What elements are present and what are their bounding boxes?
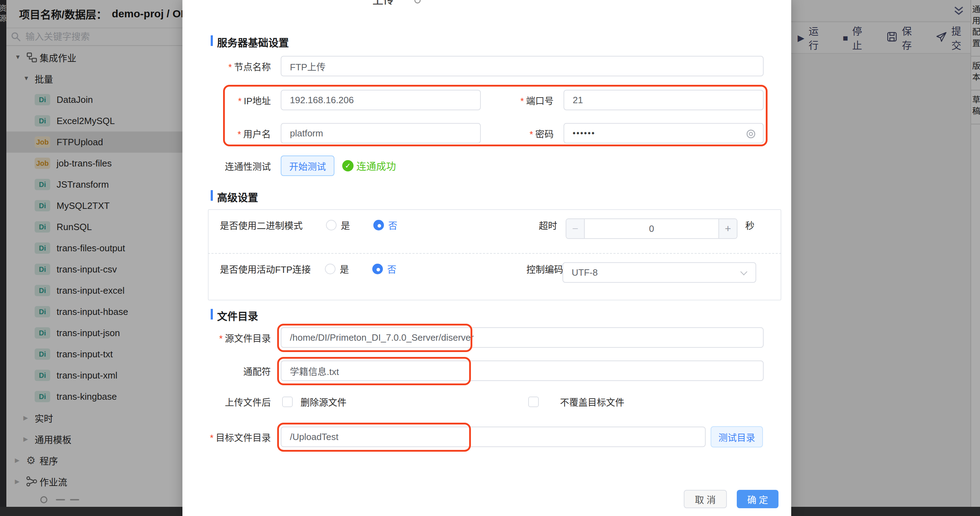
radio-binary-yes[interactable] (326, 220, 337, 230)
test-directory-button[interactable]: 测试目录 (711, 426, 763, 448)
connectivity-label: 连通性测试 (183, 159, 271, 173)
plus-button[interactable] (718, 219, 737, 238)
timeout-label: 超时 (539, 218, 557, 232)
ip-port-row: IP地址 192.168.16.206 端口号 21 (183, 90, 791, 110)
username-input[interactable]: platform (281, 123, 481, 143)
port-input[interactable]: 21 (563, 90, 764, 110)
source-dir-label: 源文件目录 (183, 331, 271, 344)
ftp-upload-dialog: 上传 服务器基础设置 节点名称 FTP上传 IP地址 192.168.16.20… (183, 0, 791, 516)
encoding-label: 控制编码 (527, 262, 563, 275)
confirm-button[interactable]: 确 定 (737, 490, 778, 508)
start-test-button[interactable]: 开始测试 (281, 156, 334, 176)
radio-active-yes[interactable] (325, 264, 336, 274)
timeout-stepper: 0 (566, 218, 738, 239)
radio-no-label[interactable]: 否 (388, 218, 398, 232)
cancel-button[interactable]: 取 消 (684, 490, 727, 508)
node-name-row: 节点名称 FTP上传 (183, 56, 791, 76)
success-check-icon (342, 160, 353, 171)
username-label: 用户名 (183, 127, 271, 140)
connectivity-row: 连通性测试 开始测试 连通成功 (183, 156, 791, 176)
password-input[interactable]: •••••• (563, 123, 764, 143)
section-accent-bar (211, 35, 213, 46)
chevron-down-icon (740, 268, 748, 275)
eye-icon[interactable] (745, 128, 757, 142)
radio-no-label[interactable]: 否 (387, 262, 396, 275)
section-accent-bar (211, 309, 213, 319)
ip-label: IP地址 (183, 94, 271, 107)
radio-binary-no[interactable] (373, 220, 384, 230)
binary-mode-label: 是否使用二进制模式 (220, 218, 302, 232)
radio-yes-label[interactable]: 是 (340, 262, 349, 275)
user-password-row: 用户名 platform 密码 •••••• (183, 123, 791, 143)
info-icon (414, 0, 421, 3)
target-dir-row: 目标文件目录 /UploadTest 测试目录 (183, 426, 791, 448)
wildcard-input[interactable]: 学籍信息.txt (281, 360, 764, 381)
active-ftp-label: 是否使用活动FTP连接 (220, 262, 311, 275)
no-overwrite-label[interactable]: 不覆盖目标文件 (560, 395, 624, 408)
radio-active-no[interactable] (372, 264, 383, 274)
wildcard-label: 通配符 (183, 364, 271, 378)
source-dir-input[interactable]: /home/DI/Primeton_DI_7.0.0_Server/diserv… (281, 327, 764, 348)
section-title-advanced: 高级设置 (217, 189, 258, 204)
node-name-label: 节点名称 (183, 60, 271, 73)
port-label: 端口号 (481, 94, 554, 107)
radio-yes-label[interactable]: 是 (341, 218, 350, 232)
password-label: 密码 (481, 127, 554, 140)
dialog-title-clipped: 上传 (372, 0, 433, 5)
active-ftp-row: 是否使用活动FTP连接 是 否 控制编码 UTF-8 (208, 262, 781, 275)
after-upload-label: 上传文件后 (183, 395, 271, 408)
after-upload-row: 上传文件后 删除源文件 不覆盖目标文件 (183, 395, 791, 408)
source-dir-row: 源文件目录 /home/DI/Primeton_DI_7.0.0_Server/… (183, 327, 791, 348)
panel-divider (208, 253, 781, 254)
target-dir-input[interactable]: /UploadTest (281, 427, 706, 447)
connectivity-status: 连通成功 (356, 159, 396, 173)
timeout-value[interactable]: 0 (585, 219, 718, 238)
section-title-server: 服务器基础设置 (217, 35, 289, 49)
node-name-input[interactable]: FTP上传 (281, 56, 764, 76)
no-overwrite-checkbox[interactable] (528, 397, 539, 407)
delete-source-checkbox[interactable] (282, 397, 293, 407)
delete-source-label[interactable]: 删除源文件 (301, 395, 347, 408)
section-accent-bar (211, 190, 213, 201)
timeout-unit: 秒 (745, 218, 754, 232)
binary-mode-row: 是否使用二进制模式 是 否 超时 0 秒 (208, 218, 781, 232)
app-root: 资源 项目名称/数据层： demo-proj / ODS 集成作业 (0, 0, 980, 516)
section-title-files: 文件目录 (217, 308, 258, 323)
target-dir-label: 目标文件目录 (183, 430, 271, 443)
encoding-select[interactable]: UTF-8 (563, 262, 756, 283)
ip-input[interactable]: 192.168.16.206 (281, 90, 481, 110)
minus-button[interactable] (566, 219, 585, 238)
wildcard-row: 通配符 学籍信息.txt (183, 360, 791, 381)
